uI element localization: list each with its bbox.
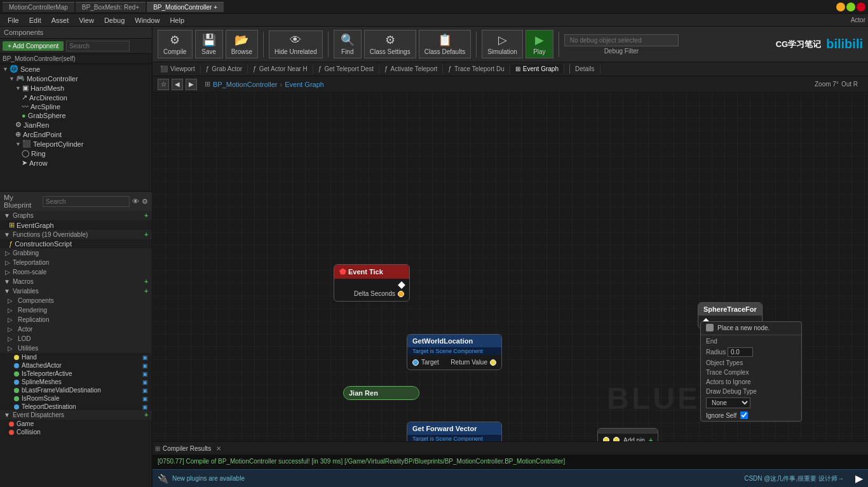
graphs-section[interactable]: ▼ Graphs +: [0, 211, 152, 220]
variables-section[interactable]: ▼ Variables +: [0, 286, 152, 296]
browse-button[interactable]: 📂 Browse: [226, 30, 258, 58]
menu-view[interactable]: View: [74, 15, 99, 25]
delta-seconds-pin[interactable]: [398, 291, 404, 297]
node-getforwardvec[interactable]: Get Forward Vector Target is Scene Compo…: [407, 422, 502, 441]
replication-var-section[interactable]: ▷Replication: [0, 315, 152, 324]
maximize-button[interactable]: [846, 3, 855, 11]
compile-button[interactable]: ⚙ Compile: [158, 30, 193, 58]
var-attached-actor[interactable]: AttachedActor ▣: [0, 361, 152, 370]
functions-section[interactable]: ▼ Functions (19 Overridable) +: [0, 230, 152, 239]
tree-teleportcylinder[interactable]: ▼ ⬛ TeleportCylinder: [0, 139, 152, 149]
add-dispatcher-button[interactable]: +: [144, 411, 148, 418]
tree-arcspline[interactable]: 〰 ArcSpline: [0, 102, 152, 111]
add-graph-button[interactable]: +: [144, 212, 148, 219]
find-button[interactable]: 🔍 Find: [334, 30, 362, 58]
back-button[interactable]: ◀: [172, 79, 183, 90]
tab-motion-controller-map[interactable]: MotionControllerMap: [3, 2, 74, 12]
tab-box-mesh[interactable]: BP_BoxMesh: Red+: [76, 2, 146, 12]
tree-motioncontroller[interactable]: ▼ 🎮 MotionController: [0, 74, 152, 83]
minimize-button[interactable]: [836, 3, 845, 11]
var-last-frame[interactable]: bLastFrameValidDestination ▣: [0, 386, 152, 394]
macros-section[interactable]: ▼ Macros +: [0, 277, 152, 286]
exec-out-pin[interactable]: [398, 281, 405, 288]
tab-bp-motion-controller[interactable]: BP_MotionController +: [147, 2, 224, 12]
clear-icon[interactable]: ✕: [216, 445, 221, 452]
menu-help[interactable]: Help: [165, 15, 189, 25]
menu-window[interactable]: Window: [130, 15, 165, 25]
node-event-tick[interactable]: ⬟ Event Tick Delta Seconds: [334, 264, 410, 302]
compiler-tab-label[interactable]: Compiler Results: [163, 445, 211, 452]
addpin-in2[interactable]: [613, 437, 620, 441]
tree-eventgraph[interactable]: ⊞ EventGraph: [0, 220, 152, 230]
tree-scene[interactable]: ▼ 🌐 Scene: [0, 64, 152, 74]
var-spline-meshes[interactable]: SplineMeshes ▣: [0, 378, 152, 386]
node-addpin[interactable]: Add pin +: [597, 428, 658, 441]
actor-var-section[interactable]: ▷Actor: [0, 324, 152, 334]
bilibili-play-icon[interactable]: ▶: [855, 472, 863, 484]
class-settings-button[interactable]: ⚙ Class Settings: [364, 30, 416, 58]
settings-icon[interactable]: ⚙: [142, 197, 148, 206]
add-macro-button[interactable]: +: [144, 278, 148, 285]
components-var-section[interactable]: ▷Components: [0, 296, 152, 305]
add-component-button[interactable]: + Add Component: [3, 41, 64, 51]
var-room-scale[interactable]: IsRoomScale ▣: [0, 394, 152, 403]
var-teleport-dest[interactable]: TeleportDestination ▣: [0, 403, 152, 410]
menu-asset[interactable]: Asset: [46, 15, 74, 25]
lod-var-section[interactable]: ▷LOD: [0, 334, 152, 344]
teleportation-section[interactable]: ▷ Teleportation: [0, 258, 152, 267]
grabbing-section[interactable]: ▷ Grabbing: [0, 248, 152, 258]
breadcrumb-bp[interactable]: BP_MotionController: [213, 81, 278, 88]
target-in-pin[interactable]: [412, 359, 419, 366]
tab-get-actor-near[interactable]: ƒ Get Actor Near H: [248, 64, 313, 74]
debug-filter-input[interactable]: [564, 34, 679, 46]
tab-trace-teleport[interactable]: ƒ Trace Teleport Du: [443, 64, 510, 74]
addpin-in1[interactable]: [603, 437, 609, 441]
node-jianren[interactable]: Jian Ren: [343, 386, 419, 400]
save-button[interactable]: 💾 Save: [195, 30, 223, 58]
utilities-var-section[interactable]: ▷Utilities: [0, 344, 152, 353]
roomscale-section[interactable]: ▷ Room-scale: [0, 267, 152, 277]
menu-debug[interactable]: Debug: [99, 15, 130, 25]
play-button[interactable]: ▶ Play: [526, 30, 553, 58]
event-dispatchers-section[interactable]: ▼ Event Dispatchers +: [0, 410, 152, 420]
tab-grab-actor[interactable]: ƒ Grab Actor: [201, 64, 248, 74]
breadcrumb-graph[interactable]: Event Graph: [285, 81, 324, 88]
rendering-var-section[interactable]: ▷Rendering: [0, 305, 152, 315]
mybluprint-search[interactable]: [43, 196, 130, 207]
menu-edit[interactable]: Edit: [24, 15, 46, 25]
return-value-pin[interactable]: [490, 359, 496, 366]
tab-details[interactable]: Details: [569, 64, 600, 74]
tree-ring[interactable]: ◯ Ring: [0, 149, 152, 158]
tab-get-teleport-dest[interactable]: ƒ Get Teleport Dest: [313, 64, 379, 74]
simulation-button[interactable]: ▷ Simulation: [482, 30, 523, 58]
dispatcher-game[interactable]: Game: [0, 420, 152, 428]
draw-debug-select[interactable]: None For One Frame For Duration Persiste…: [706, 397, 750, 408]
radius-input[interactable]: [728, 347, 753, 357]
ignore-self-checkbox[interactable]: [740, 411, 748, 419]
tree-arcdirection[interactable]: ↗ ArcDirection: [0, 93, 152, 102]
tree-jianren[interactable]: ⚙ JianRen: [0, 120, 152, 130]
tree-handmesh[interactable]: ▼ ▣ HandMesh: [0, 83, 152, 93]
graph-canvas[interactable]: BLUEPRINT ⬟ Event Tick Delta Seconds: [153, 93, 868, 441]
tree-constructionscript[interactable]: ƒ ConstructionScript: [0, 239, 152, 248]
node-getworldlocation[interactable]: GetWorldLocation Target is Scene Compone…: [407, 334, 502, 370]
tab-event-graph[interactable]: ⊞ Event Graph: [510, 64, 564, 74]
tree-arcendpoint[interactable]: ⊕ ArcEndPoint: [0, 130, 152, 139]
var-hand[interactable]: Hand ▣: [0, 353, 152, 361]
tab-viewport[interactable]: ⬛ Viewport: [155, 64, 201, 74]
forward-button[interactable]: ▶: [186, 79, 197, 90]
tree-grabsphere[interactable]: ● GrabSphere: [0, 111, 152, 120]
tab-activate-teleport[interactable]: ƒ Activate Teleport: [379, 64, 443, 74]
add-variable-button[interactable]: +: [144, 288, 148, 295]
close-button[interactable]: [857, 3, 865, 11]
components-search-input[interactable]: [66, 41, 130, 51]
var-teleporter-active[interactable]: IsTeleporterActive ▣: [0, 370, 152, 378]
menu-file[interactable]: File: [3, 15, 24, 25]
bookmark-button[interactable]: ☆: [158, 79, 169, 90]
eye-icon[interactable]: 👁: [132, 197, 139, 205]
class-defaults-button[interactable]: 📋 Class Defaults: [419, 30, 471, 58]
tree-arrow[interactable]: ➤ Arrow: [0, 158, 152, 168]
add-function-button[interactable]: +: [144, 231, 148, 238]
hide-button[interactable]: 👁 Hide Unrelated: [269, 30, 323, 58]
dispatcher-collision[interactable]: Collision: [0, 428, 152, 436]
